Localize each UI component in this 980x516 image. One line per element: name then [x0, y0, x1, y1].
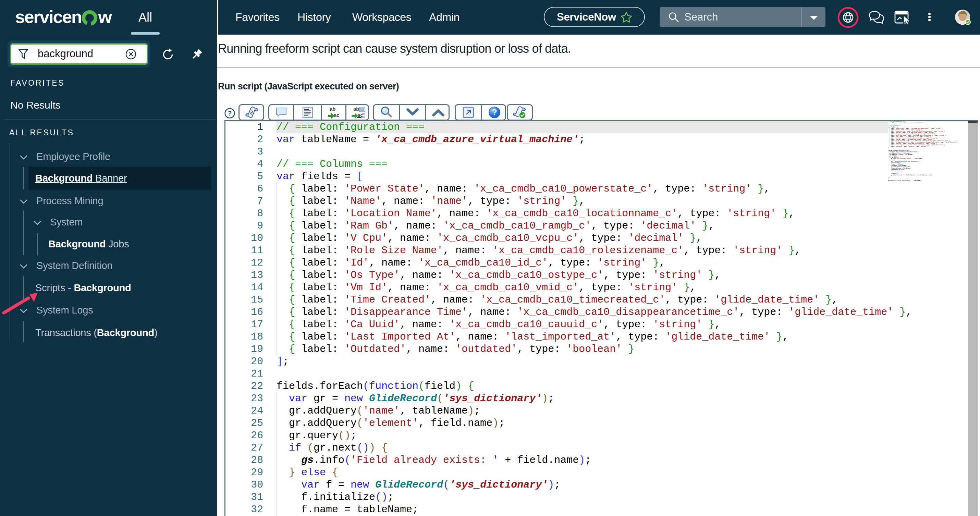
svg-text:?: ? — [492, 108, 497, 117]
svg-text:ac: ac — [334, 112, 340, 118]
svg-text:ab: ab — [353, 106, 360, 112]
svg-text:ab: ab — [329, 106, 336, 112]
svg-text:?: ? — [228, 110, 232, 117]
